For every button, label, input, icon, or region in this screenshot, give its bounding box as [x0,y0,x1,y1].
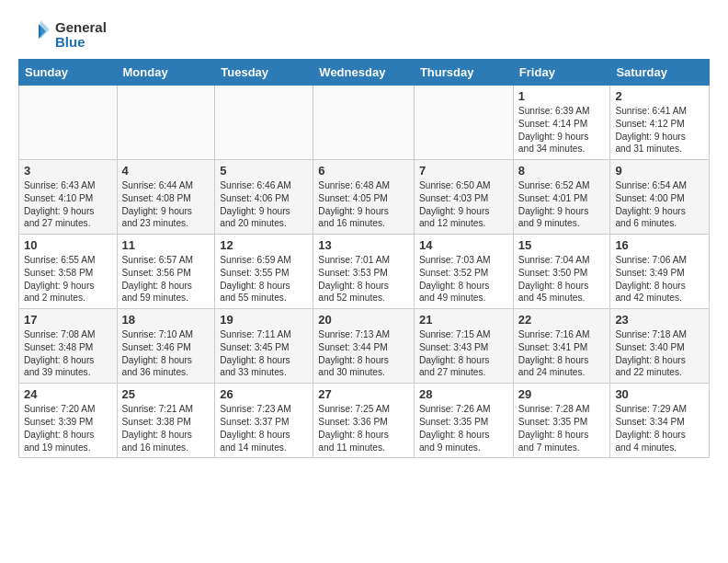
header-day-tuesday: Tuesday [215,60,313,86]
calendar-cell: 3Sunrise: 6:43 AMSunset: 4:10 PMDaylight… [19,160,118,235]
header-day-friday: Friday [513,60,610,86]
day-info: Sunrise: 7:10 AMSunset: 3:46 PMDaylight:… [122,328,210,379]
day-info: Sunrise: 6:59 AMSunset: 3:55 PMDaylight:… [220,254,308,304]
week-row-1: 1Sunrise: 6:39 AMSunset: 4:14 PMDaylight… [19,86,710,160]
day-number: 27 [318,387,409,401]
calendar-cell: 7Sunrise: 6:50 AMSunset: 4:03 PMDaylight… [414,160,513,235]
day-info: Sunrise: 6:46 AMSunset: 4:06 PMDaylight:… [220,179,308,230]
header-day-thursday: Thursday [414,60,513,86]
day-info: Sunrise: 7:18 AMSunset: 3:40 PMDaylight:… [615,328,704,379]
day-info: Sunrise: 6:44 AMSunset: 4:08 PMDaylight:… [122,179,210,230]
day-info: Sunrise: 7:21 AMSunset: 3:38 PMDaylight:… [122,403,210,454]
calendar-cell: 4Sunrise: 6:44 AMSunset: 4:08 PMDaylight… [117,160,215,235]
day-info: Sunrise: 7:26 AMSunset: 3:35 PMDaylight:… [419,403,508,454]
page-header: General Blue [18,15,710,52]
day-number: 8 [518,164,606,178]
calendar-cell: 15Sunrise: 7:04 AMSunset: 3:50 PMDayligh… [513,235,610,309]
day-info: Sunrise: 7:23 AMSunset: 3:37 PMDaylight:… [220,403,308,454]
day-number: 1 [518,89,606,103]
day-info: Sunrise: 6:55 AMSunset: 3:58 PMDaylight:… [24,254,112,304]
day-info: Sunrise: 7:08 AMSunset: 3:48 PMDaylight:… [24,328,112,379]
day-number: 22 [518,313,606,327]
header-day-sunday: Sunday [19,60,118,86]
day-info: Sunrise: 6:43 AMSunset: 4:10 PMDaylight:… [24,179,112,230]
day-number: 18 [122,313,210,327]
day-info: Sunrise: 6:54 AMSunset: 4:00 PMDaylight:… [615,179,704,230]
header-row: SundayMondayTuesdayWednesdayThursdayFrid… [19,60,710,86]
day-info: Sunrise: 7:06 AMSunset: 3:49 PMDaylight:… [615,254,704,304]
day-number: 5 [220,164,308,178]
day-number: 26 [220,387,308,401]
calendar-cell [19,86,118,160]
calendar-cell [215,86,313,160]
calendar-cell: 26Sunrise: 7:23 AMSunset: 3:37 PMDayligh… [215,384,313,458]
calendar-cell: 2Sunrise: 6:41 AMSunset: 4:12 PMDaylight… [610,86,710,160]
logo-general: General [55,20,107,36]
day-number: 25 [122,387,210,401]
calendar-cell: 21Sunrise: 7:15 AMSunset: 3:43 PMDayligh… [414,309,513,384]
day-number: 21 [419,313,508,327]
day-info: Sunrise: 6:50 AMSunset: 4:03 PMDaylight:… [419,179,508,230]
calendar-cell: 23Sunrise: 7:18 AMSunset: 3:40 PMDayligh… [610,309,710,384]
day-number: 6 [318,164,409,178]
calendar-cell [313,86,415,160]
day-number: 30 [615,387,704,401]
day-info: Sunrise: 6:41 AMSunset: 4:12 PMDaylight:… [615,105,704,155]
day-number: 20 [318,313,409,327]
day-info: Sunrise: 7:20 AMSunset: 3:39 PMDaylight:… [24,403,112,454]
day-info: Sunrise: 6:48 AMSunset: 4:05 PMDaylight:… [318,179,409,230]
week-row-2: 3Sunrise: 6:43 AMSunset: 4:10 PMDaylight… [19,160,710,235]
day-number: 11 [122,238,210,252]
day-info: Sunrise: 7:01 AMSunset: 3:53 PMDaylight:… [318,254,409,304]
day-number: 4 [122,164,210,178]
day-number: 24 [24,387,112,401]
svg-rect-0 [18,18,51,52]
day-number: 10 [24,238,112,252]
day-info: Sunrise: 7:25 AMSunset: 3:36 PMDaylight:… [318,403,409,454]
week-row-3: 10Sunrise: 6:55 AMSunset: 3:58 PMDayligh… [19,235,710,309]
svg-marker-2 [40,20,50,39]
day-number: 28 [419,387,508,401]
calendar-cell [414,86,513,160]
day-info: Sunrise: 7:03 AMSunset: 3:52 PMDaylight:… [419,254,508,304]
calendar-cell: 6Sunrise: 6:48 AMSunset: 4:05 PMDaylight… [313,160,415,235]
calendar-cell: 18Sunrise: 7:10 AMSunset: 3:46 PMDayligh… [117,309,215,384]
calendar-cell: 17Sunrise: 7:08 AMSunset: 3:48 PMDayligh… [19,309,118,384]
calendar-cell: 30Sunrise: 7:29 AMSunset: 3:34 PMDayligh… [610,384,710,458]
calendar-cell: 24Sunrise: 7:20 AMSunset: 3:39 PMDayligh… [19,384,118,458]
week-row-4: 17Sunrise: 7:08 AMSunset: 3:48 PMDayligh… [19,309,710,384]
day-info: Sunrise: 7:28 AMSunset: 3:35 PMDaylight:… [518,403,606,454]
calendar-cell: 28Sunrise: 7:26 AMSunset: 3:35 PMDayligh… [414,384,513,458]
day-info: Sunrise: 6:57 AMSunset: 3:56 PMDaylight:… [122,254,210,304]
calendar-cell: 11Sunrise: 6:57 AMSunset: 3:56 PMDayligh… [117,235,215,309]
day-info: Sunrise: 7:15 AMSunset: 3:43 PMDaylight:… [419,328,508,379]
day-info: Sunrise: 6:52 AMSunset: 4:01 PMDaylight:… [518,179,606,230]
calendar-cell: 19Sunrise: 7:11 AMSunset: 3:45 PMDayligh… [215,309,313,384]
header-day-monday: Monday [117,60,215,86]
calendar-cell: 12Sunrise: 6:59 AMSunset: 3:55 PMDayligh… [215,235,313,309]
calendar-cell: 14Sunrise: 7:03 AMSunset: 3:52 PMDayligh… [414,235,513,309]
header-day-saturday: Saturday [610,60,710,86]
calendar-cell: 1Sunrise: 6:39 AMSunset: 4:14 PMDaylight… [513,86,610,160]
calendar-cell: 29Sunrise: 7:28 AMSunset: 3:35 PMDayligh… [513,384,610,458]
calendar-cell: 10Sunrise: 6:55 AMSunset: 3:58 PMDayligh… [19,235,118,309]
calendar-cell: 20Sunrise: 7:13 AMSunset: 3:44 PMDayligh… [313,309,415,384]
header-day-wednesday: Wednesday [313,60,415,86]
day-info: Sunrise: 7:13 AMSunset: 3:44 PMDaylight:… [318,328,409,379]
day-info: Sunrise: 7:29 AMSunset: 3:34 PMDaylight:… [615,403,704,454]
day-info: Sunrise: 7:04 AMSunset: 3:50 PMDaylight:… [518,254,606,304]
calendar-cell [117,86,215,160]
day-number: 9 [615,164,704,178]
day-info: Sunrise: 7:11 AMSunset: 3:45 PMDaylight:… [220,328,308,379]
day-number: 12 [220,238,308,252]
day-number: 15 [518,238,606,252]
day-number: 13 [318,238,409,252]
calendar-cell: 5Sunrise: 6:46 AMSunset: 4:06 PMDaylight… [215,160,313,235]
day-info: Sunrise: 6:39 AMSunset: 4:14 PMDaylight:… [518,105,606,155]
logo-icon [18,18,51,52]
calendar-table: SundayMondayTuesdayWednesdayThursdayFrid… [18,59,710,458]
calendar-cell: 9Sunrise: 6:54 AMSunset: 4:00 PMDaylight… [610,160,710,235]
logo: General Blue [18,18,107,52]
calendar-cell: 16Sunrise: 7:06 AMSunset: 3:49 PMDayligh… [610,235,710,309]
calendar-cell: 8Sunrise: 6:52 AMSunset: 4:01 PMDaylight… [513,160,610,235]
